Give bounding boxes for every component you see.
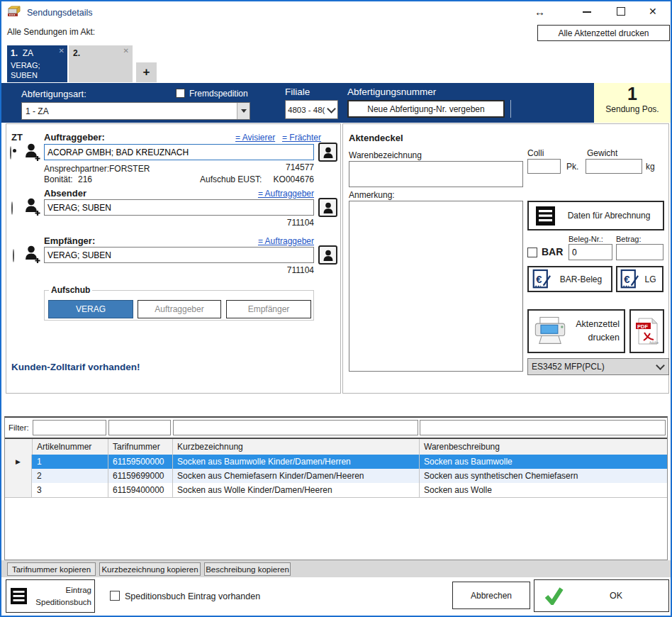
maximize-icon[interactable] — [617, 7, 625, 16]
abfertigungsart-select[interactable]: 1 - ZA — [21, 102, 250, 120]
separator — [510, 100, 511, 118]
absender-radio[interactable] — [11, 201, 13, 215]
add-person-icon[interactable] — [25, 143, 41, 165]
gewicht-input[interactable] — [586, 159, 642, 174]
absender-nummer: 711104 — [243, 218, 314, 228]
auftraggeber-input[interactable] — [44, 144, 314, 160]
bonitaet-label: Bonität: — [44, 174, 73, 184]
add-person-icon[interactable] — [25, 245, 41, 267]
column-header-kurzbezeichnung[interactable]: Kurzbezeichnung — [173, 439, 420, 455]
aufschub-legend: Aufschub — [49, 285, 92, 295]
row-indicator — [5, 469, 32, 483]
colli-unit-label: Pk. — [566, 162, 578, 172]
filter-kurzbezeichnung-input[interactable] — [173, 420, 418, 435]
colli-input[interactable] — [527, 159, 561, 174]
filter-tarifnummer-input[interactable] — [108, 420, 171, 435]
copy-buttons-bar: Tarifnummer kopieren Kurzbezeichnung kop… — [1, 560, 671, 577]
svg-text:PDF: PDF — [637, 323, 648, 330]
table-row[interactable]: 2 61159699000 Socken aus Chemiefasern Ki… — [5, 469, 667, 484]
dispatch-bar: Abfertigungsart: 1 - ZA Fremdspedition F… — [1, 83, 671, 123]
betrag-input[interactable] — [616, 244, 663, 260]
aufschub-verag-button[interactable]: VERAG — [48, 300, 133, 318]
lg-button[interactable]: € LG — [616, 266, 663, 292]
gewicht-unit-label: kg — [646, 162, 655, 172]
positions-grid: Artikelnummer Tarifnummer Kurzbezeichnun… — [5, 438, 667, 562]
printer-select[interactable]: ES3452 MFP(PCL) — [527, 358, 669, 375]
filter-artikelnummer-input[interactable] — [33, 420, 106, 435]
shipment-tab-1[interactable]: 1. ZA ✕ VERAG; SUBEN — [7, 45, 67, 82]
filter-label: Filter: — [9, 423, 29, 432]
column-header-tarifnummer[interactable]: Tarifnummer — [108, 439, 173, 455]
absender-input[interactable] — [44, 199, 314, 216]
absender-label: Absender — [44, 188, 86, 199]
absender-auftraggeber-link[interactable]: = Auftraggeber — [243, 189, 314, 199]
dropdown-arrow-icon[interactable] — [237, 103, 250, 119]
neue-abfertigungsnr-button[interactable]: Neue Abfertigung-Nr. vergeben — [347, 100, 505, 118]
add-shipment-button[interactable]: + — [136, 62, 157, 82]
aktendeckel-title: Aktendeckel — [349, 133, 403, 143]
list-lines-icon — [536, 206, 555, 226]
minimize-icon[interactable] — [583, 11, 591, 13]
positions-table-section: Filter: Artikelnummer Tarifnummer Kurzbe… — [4, 416, 668, 560]
copy-beschreibung-button[interactable]: Beschreibung kopieren — [204, 562, 291, 576]
empfaenger-input[interactable] — [44, 247, 314, 263]
fremdspedition-checkbox[interactable] — [176, 89, 185, 98]
aktenzettel-drucken-button[interactable]: Aktenzettel drucken — [527, 309, 625, 353]
pdf-icon: PDF Adobe — [635, 316, 659, 346]
ansprechpartner-value: FORSTER — [109, 164, 150, 174]
bar-beleg-button[interactable]: € BAR-Beleg — [527, 266, 612, 292]
zt-label: ZT — [11, 132, 23, 143]
bonitaet-value: 216 — [78, 174, 92, 184]
empfaenger-contact-button[interactable] — [318, 245, 337, 265]
table-row[interactable]: ▶ 1 61159500000 Socken aus Baumwolle Kin… — [5, 455, 667, 469]
row-indicator — [5, 483, 32, 497]
aufschub-empfaenger-button[interactable]: Empfänger — [226, 300, 311, 318]
empfaenger-label: Empfänger: — [44, 235, 95, 246]
beleg-nr-label: Beleg-Nr.: — [569, 235, 603, 243]
fremdspedition-label: Fremdspedition — [189, 89, 248, 99]
speditionsbuch-checkbox[interactable] — [110, 591, 120, 601]
shipment-tab-2[interactable]: 2. ✕ — [69, 45, 133, 82]
resize-horizontal-icon[interactable]: ↔ — [534, 6, 545, 18]
row-indicator: ▶ — [5, 455, 32, 469]
fraechter-link[interactable]: = Frächter — [282, 133, 321, 143]
empfaenger-auftraggeber-link[interactable]: = Auftraggeber — [243, 236, 314, 246]
chevron-down-icon — [327, 104, 336, 113]
empfaenger-radio[interactable] — [13, 249, 14, 262]
copy-kurzbezeichnung-button[interactable]: Kurzbezeichnung kopieren — [99, 562, 201, 576]
tab-close-icon[interactable]: ✕ — [123, 47, 129, 55]
column-header-warenbeschreibung[interactable]: Warenbeschreibung — [420, 439, 667, 455]
eintrag-speditionsbuch-button[interactable]: Eintrag Speditionsbuch — [6, 579, 95, 613]
close-icon[interactable]: ✕ — [649, 6, 657, 17]
column-header-artikelnummer[interactable]: Artikelnummer — [33, 439, 108, 455]
auftraggeber-nummer: 714577 — [243, 162, 314, 172]
table-row[interactable]: 3 61159400000 Socken aus Wolle Kinder/Da… — [5, 483, 667, 498]
warenbezeichnung-textarea[interactable] — [349, 161, 523, 187]
aufschub-auftraggeber-button[interactable]: Auftraggeber — [138, 300, 221, 318]
absender-contact-button[interactable] — [318, 198, 337, 217]
gewicht-label: Gewicht — [587, 148, 617, 158]
filiale-select[interactable]: 4803 - 48( — [285, 100, 338, 119]
filter-warenbeschreibung-input[interactable] — [420, 420, 666, 435]
avisierer-link[interactable]: = Avisierer — [235, 133, 275, 143]
bar-checkbox[interactable] — [527, 248, 537, 257]
beleg-nr-input[interactable] — [569, 244, 612, 260]
list-lines-icon — [11, 588, 27, 604]
ok-button[interactable]: OK — [534, 579, 669, 612]
window-title: Sendungsdetails — [27, 8, 92, 18]
add-person-icon[interactable] — [25, 197, 41, 219]
print-all-aktenzettel-button[interactable]: Alle Aktenzettel drucken — [537, 25, 670, 41]
auftraggeber-label: Auftraggeber: — [44, 132, 105, 143]
anmerkung-textarea[interactable] — [349, 201, 523, 372]
sendungsdetails-window: Sendungsdetails ↔ ✕ Alle Sendungen im Ak… — [0, 0, 672, 617]
auftraggeber-radio[interactable] — [10, 146, 11, 160]
abbrechen-button[interactable]: Abbrechen — [452, 582, 530, 609]
aufschub-eust-value: KO004676 — [243, 174, 314, 184]
sendungen-im-akt-label: Alle Sendungen im Akt: — [7, 27, 95, 37]
daten-abrechnung-button[interactable]: Daten für Abrechnung — [527, 201, 664, 230]
copy-tarifnummer-button[interactable]: Tarifnummer kopieren — [7, 562, 96, 576]
tab-close-icon[interactable]: ✕ — [59, 47, 65, 55]
position-count: 1 — [594, 84, 671, 104]
auftraggeber-contact-button[interactable] — [318, 143, 337, 162]
pdf-button[interactable]: PDF Adobe — [629, 309, 664, 353]
